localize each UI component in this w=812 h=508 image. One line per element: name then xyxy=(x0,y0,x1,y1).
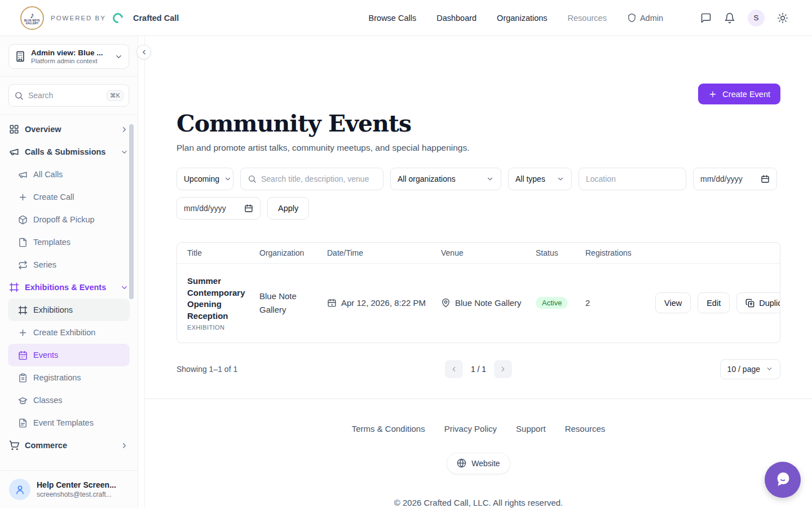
chevron-left-icon xyxy=(450,365,458,373)
sidebar-scrollbar[interactable] xyxy=(129,124,134,299)
theme-toggle-sun-icon[interactable] xyxy=(777,12,788,24)
sidebar-item-create-call[interactable]: Create Call xyxy=(8,186,130,208)
per-page-select[interactable]: 10 / page xyxy=(720,359,780,379)
sidebar-item-event-templates[interactable]: Event Templates xyxy=(8,411,130,434)
nav-resources[interactable]: Resources xyxy=(568,14,607,23)
user-avatar[interactable]: S xyxy=(748,10,765,27)
person-icon xyxy=(15,484,25,495)
brand: ♪ BLUE NOTEGALLERY POWERED BY Crafted Ca… xyxy=(20,6,179,30)
clipboard-icon xyxy=(18,373,28,383)
search-icon xyxy=(14,91,24,100)
sidebar-item-templates[interactable]: Templates xyxy=(8,231,130,253)
powered-by-label: POWERED BY xyxy=(51,15,106,21)
view-button[interactable]: View xyxy=(655,292,691,313)
search-filter[interactable] xyxy=(240,168,383,190)
bell-icon[interactable] xyxy=(724,12,735,24)
main-content: Create Event Community Events Plan and p… xyxy=(144,36,812,508)
sidebar: Admin view: Blue ... Platform admin cont… xyxy=(0,36,138,508)
top-header: ♪ BLUE NOTEGALLERY POWERED BY Crafted Ca… xyxy=(0,0,812,36)
chat-icon[interactable] xyxy=(700,12,712,24)
chevron-down-icon xyxy=(766,365,773,373)
previous-page-button[interactable] xyxy=(445,360,463,378)
edit-button[interactable]: Edit xyxy=(698,292,730,313)
sidebar-item-exhibitions-events[interactable]: Exhibitions & Events xyxy=(0,276,138,299)
location-filter[interactable] xyxy=(579,168,686,190)
page-indicator: 1 / 1 xyxy=(471,365,486,374)
sidebar-collapse-button[interactable] xyxy=(136,45,151,59)
location-input[interactable] xyxy=(586,174,679,183)
search-events-input[interactable] xyxy=(261,174,376,183)
filters-bar: Upcoming All organizations All types mm/… xyxy=(176,168,780,220)
organization-filter-select[interactable]: All organizations xyxy=(390,168,501,190)
sidebar-item-calls-submissions[interactable]: Calls & Submissions xyxy=(0,141,138,163)
sidebar-item-classes[interactable]: Classes xyxy=(8,389,130,411)
chevron-left-icon xyxy=(140,49,148,56)
column-header-datetime: Date/Time xyxy=(327,243,441,263)
type-filter-select[interactable]: All types xyxy=(508,168,572,190)
nav-dashboard[interactable]: Dashboard xyxy=(436,14,476,23)
sidebar-item-create-exhibition[interactable]: Create Exhibition xyxy=(8,321,130,344)
frame-icon xyxy=(18,305,28,315)
sidebar-item-dropoff-pickup[interactable]: Dropoff & Pickup xyxy=(8,208,130,231)
nav-organizations[interactable]: Organizations xyxy=(497,14,547,23)
status-filter-select[interactable]: Upcoming xyxy=(176,168,233,190)
user-avatar xyxy=(9,479,30,500)
footer-link-resources[interactable]: Resources xyxy=(565,424,606,433)
sidebar-item-registrations[interactable]: Registrations xyxy=(8,366,130,389)
next-page-button[interactable] xyxy=(494,360,512,378)
calendar-icon xyxy=(244,204,253,213)
event-organization-cell: Blue Note Gallery xyxy=(259,264,327,343)
search-shortcut-badge: ⌘K xyxy=(107,90,123,101)
column-header-venue: Venue xyxy=(441,243,536,263)
chevron-down-icon xyxy=(557,175,564,183)
chevron-down-icon xyxy=(120,148,129,156)
event-registrations-cell: 2 xyxy=(585,264,655,343)
sidebar-search[interactable]: ⌘K xyxy=(8,84,129,107)
duplicate-button[interactable]: Duplicate xyxy=(736,292,780,313)
create-event-button[interactable]: Create Event xyxy=(698,84,780,104)
column-header-status: Status xyxy=(536,243,585,263)
column-header-registrations: Registrations xyxy=(585,243,655,263)
search-icon xyxy=(248,174,257,183)
copyright-text: © 2026 Crafted Call, LLC. All rights res… xyxy=(394,498,563,507)
crafted-call-logo-icon xyxy=(111,11,125,25)
admin-context-switcher[interactable]: Admin view: Blue ... Platform admin cont… xyxy=(8,44,129,69)
sidebar-item-exhibitions[interactable]: Exhibitions xyxy=(8,299,130,321)
table-row: Summer Contemporary Opening Reception EX… xyxy=(177,264,780,343)
footer-link-privacy[interactable]: Privacy Policy xyxy=(444,424,497,433)
event-title-cell: Summer Contemporary Opening Reception EX… xyxy=(177,264,259,343)
chevron-right-icon xyxy=(120,125,129,134)
website-button[interactable]: Website xyxy=(447,453,510,474)
sidebar-item-series[interactable]: Series xyxy=(8,253,130,276)
apply-filters-button[interactable]: Apply xyxy=(267,197,309,220)
date-to-input[interactable]: mm/dd/yyyy xyxy=(176,197,261,220)
pagination-bar: Showing 1–1 of 1 1 / 1 10 / page xyxy=(176,359,780,379)
footer-link-support[interactable]: Support xyxy=(516,424,546,433)
column-header-title: Title xyxy=(177,243,259,263)
events-table: Title Organization Date/Time Venue Statu… xyxy=(176,242,780,343)
footer-links: Terms & Conditions Privacy Policy Suppor… xyxy=(352,424,606,433)
search-input[interactable] xyxy=(28,91,102,100)
map-pin-icon xyxy=(441,298,451,308)
nav-browse-calls[interactable]: Browse Calls xyxy=(369,14,417,23)
sidebar-item-overview[interactable]: Overview xyxy=(0,118,138,141)
megaphone-icon xyxy=(9,147,19,157)
top-navigation: Browse Calls Dashboard Organizations Res… xyxy=(369,10,788,27)
sidebar-item-all-calls[interactable]: All Calls xyxy=(8,163,130,186)
sidebar-item-commerce[interactable]: Commerce xyxy=(0,434,138,457)
copy-plus-icon xyxy=(745,299,754,308)
calendar-clock-icon xyxy=(327,298,337,308)
footer-link-terms[interactable]: Terms & Conditions xyxy=(352,424,425,433)
chat-widget-button[interactable] xyxy=(765,462,801,498)
shopping-cart-icon xyxy=(9,440,19,450)
globe-icon xyxy=(457,458,466,468)
nav-admin[interactable]: Admin xyxy=(627,13,663,23)
plus-icon xyxy=(18,192,28,202)
calendar-icon xyxy=(18,351,28,360)
event-venue-cell: Blue Note Gallery xyxy=(441,264,536,343)
sidebar-item-events[interactable]: Events xyxy=(8,344,130,366)
date-from-input[interactable]: mm/dd/yyyy xyxy=(693,168,777,190)
calendar-icon xyxy=(761,174,770,183)
file-icon xyxy=(18,238,28,247)
sidebar-user-card[interactable]: Help Center Screen... screenshots@test.c… xyxy=(0,470,138,508)
